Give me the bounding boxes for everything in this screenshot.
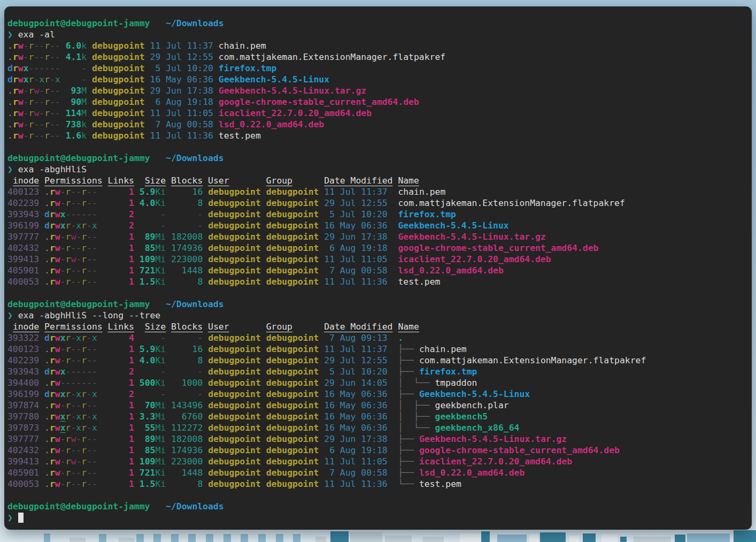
text-segment: 6 Aug 19:18 (324, 243, 387, 253)
text-segment: 16 May 06:36 (324, 389, 387, 399)
text-segment (97, 265, 108, 276)
text-segment (150, 153, 166, 163)
text-segment: 2 (108, 389, 134, 399)
terminal-window[interactable]: debugpoint@debugpoint-jammy ~/Downloads❯… (4, 6, 752, 530)
terminal-line: 405901 .rw-r--r-- 1 721Ki 1448 debugpoin… (7, 265, 752, 276)
text-segment: r (66, 445, 71, 455)
text-segment: 1 (108, 198, 134, 208)
wallpaper-bar (481, 531, 490, 542)
text-segment: ------ (66, 367, 97, 377)
text-segment: - (76, 254, 81, 264)
wallpaper-bar (675, 535, 685, 542)
wallpaper-bar (44, 533, 50, 542)
text-segment: debugpoint (208, 198, 261, 208)
text-segment: w (55, 277, 60, 287)
text-segment: geekbench5 (435, 411, 488, 422)
text-segment: . (7, 41, 13, 51)
text-segment: w (55, 434, 60, 444)
text-segment: r (50, 389, 55, 399)
text-segment: -- (34, 97, 44, 107)
text-segment: r (66, 265, 71, 276)
text-segment (388, 423, 398, 433)
text-segment: - (60, 355, 66, 365)
text-segment (97, 456, 108, 467)
text-segment (203, 479, 208, 489)
text-segment (388, 468, 398, 478)
text-segment (39, 232, 44, 242)
text-segment: w (55, 378, 60, 388)
text-segment: r (44, 74, 50, 85)
text-segment (39, 400, 44, 410)
text-segment: 29 Jun 17:38 (324, 232, 387, 242)
text-segment: w (55, 456, 60, 467)
terminal-line: ❯ (7, 512, 752, 523)
text-segment: -- (87, 468, 97, 478)
text-segment (145, 108, 150, 118)
text-segment (60, 52, 66, 62)
text-segment: -- (71, 355, 81, 365)
text-segment (166, 468, 171, 478)
text-segment: - (60, 445, 66, 455)
text-segment: - (140, 389, 166, 399)
prompt-arrow-icon: ❯ (7, 310, 13, 320)
text-segment: -- (87, 254, 97, 264)
text-segment: 1 (108, 265, 134, 276)
terminal-line (7, 141, 752, 152)
wallpaper-bar (497, 535, 527, 542)
text-segment: debugpoint (92, 52, 145, 62)
text-segment (145, 52, 150, 62)
text-segment: debugpoint (92, 74, 145, 85)
text-segment: w (55, 344, 60, 354)
text-segment: ~/Downloads (166, 299, 224, 309)
text-segment: - (66, 74, 87, 85)
text-segment (261, 254, 266, 264)
text-segment (145, 74, 150, 85)
terminal-line (7, 490, 752, 501)
text-segment: 4 (108, 333, 134, 343)
text-segment: - (71, 333, 76, 343)
terminal-line: 402432 .rw-r--r-- 1 85Mi 174936 debugpoi… (7, 445, 752, 456)
text-segment: r (81, 423, 87, 433)
text-segment: Date Modified (324, 322, 392, 332)
text-segment: Geekbench-5.4.5-Linux (419, 389, 530, 399)
text-segment (319, 378, 324, 388)
terminal-line: debugpoint@debugpoint-jammy ~/Downloads (7, 501, 752, 512)
text-segment: 8 (171, 277, 203, 287)
terminal-line: 397873 .rwxr-xr-x 1 55Mi 112272 debugpoi… (7, 422, 752, 433)
text-segment (134, 277, 140, 287)
text-segment: 109 (140, 456, 156, 467)
text-segment: r (81, 187, 87, 197)
text-segment (166, 209, 171, 219)
terminal-line: 396199 drwxr-xr-x 2 - - debugpoint debug… (7, 388, 752, 400)
text-segment (261, 277, 266, 287)
text-segment (319, 277, 324, 287)
text-segment: - (76, 232, 81, 242)
text-segment: 5 Jul 10:20 (324, 209, 387, 219)
text-segment: 1 (108, 232, 134, 242)
text-segment: 399413 (7, 456, 39, 467)
terminal-line: 400123 .rw-r--r-- 1 5.9Ki 16 debugpoint … (7, 343, 752, 355)
cursor[interactable] (18, 513, 24, 523)
text-segment: k (81, 41, 87, 51)
text-segment: 29 Jun 14:05 (324, 378, 387, 388)
text-segment (213, 52, 219, 62)
text-segment: r (50, 400, 55, 410)
text-segment (319, 479, 324, 489)
text-segment: w (18, 119, 24, 129)
text-segment: Geekbench-5.4.5-Linux.tar.gz (398, 232, 545, 242)
text-segment: Name (398, 322, 419, 332)
text-segment: x (92, 389, 97, 399)
text-segment: Mi (155, 434, 166, 444)
text-segment: x (92, 333, 97, 343)
text-segment: 1 (108, 400, 134, 410)
text-segment: w (55, 389, 60, 399)
text-segment: 1 (108, 378, 134, 388)
text-segment (203, 367, 208, 377)
wallpaper-bar (529, 535, 539, 542)
text-segment: - (171, 367, 203, 377)
text-segment: r (44, 86, 50, 96)
wallpaper-bar (315, 537, 326, 542)
text-segment (261, 411, 266, 422)
wallpaper-bar (258, 534, 266, 542)
text-segment: debugpoint@debugpoint-jammy (7, 153, 150, 163)
